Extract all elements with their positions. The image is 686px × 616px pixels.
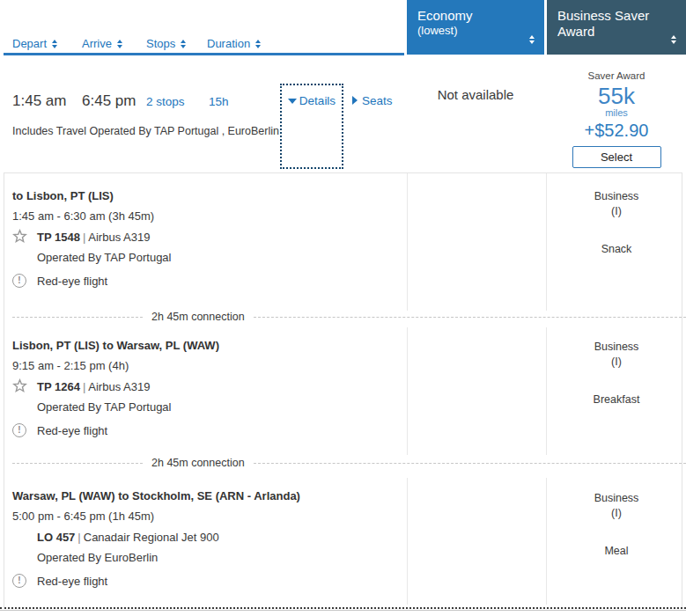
booking-class: (I)	[547, 506, 686, 521]
seats-label: Seats	[362, 94, 393, 107]
details-label: Details	[299, 94, 336, 107]
segment-flight-line: TP 1264|Airbus A319	[12, 380, 150, 393]
separator: |	[75, 531, 83, 544]
business-saver-column-header[interactable]: Business Saver Award	[547, 0, 686, 55]
connection-dash	[254, 463, 686, 464]
segment-operated-by: Operated By EuroBerlin	[37, 551, 158, 564]
segment-cabin-cell: Business (I) Breakfast	[547, 340, 686, 407]
cabin-name: Business	[547, 491, 686, 506]
separator: |	[80, 231, 88, 244]
segment-cabin-cell: Business (I) Meal	[547, 491, 686, 558]
sort-arrows-icon	[52, 40, 57, 48]
aircraft-type: Canadair Regional Jet 900	[84, 531, 219, 544]
connection-label: 2h 45m connection	[143, 311, 254, 323]
booking-class: (I)	[547, 204, 686, 219]
business-saver-title: Business Saver Award	[557, 8, 675, 40]
alert-icon: !	[12, 423, 26, 437]
sort-bar-underline	[4, 53, 404, 55]
warning-text: Red-eye flight	[37, 424, 107, 437]
sort-stops[interactable]: Stops	[146, 37, 186, 50]
operated-by-note: Includes Travel Operated By TAP Portugal…	[12, 125, 279, 137]
alert-icon: !	[12, 574, 26, 588]
stops-link[interactable]: 2 stops	[146, 95, 185, 108]
connection-dash	[12, 317, 143, 318]
sort-arrive-label: Arrive	[82, 37, 112, 50]
segment-route: to Lisbon, PT (LIS)	[12, 189, 114, 202]
segment-times: 9:15 am - 2:15 pm (4h)	[12, 359, 129, 372]
cabin-name: Business	[547, 189, 686, 204]
connection-label: 2h 45m connection	[143, 457, 254, 469]
alert-icon: !	[12, 274, 26, 288]
row-bottom-separator	[0, 607, 686, 609]
warning-text: Red-eye flight	[37, 275, 107, 288]
connection-row-1: 2h 45m connection	[12, 311, 686, 323]
select-button[interactable]: Select	[572, 146, 661, 168]
details-toggle-button[interactable]: Details	[282, 94, 342, 107]
segment-operated-by: Operated By TAP Portugal	[37, 400, 171, 414]
flight-number: TP 1264	[37, 380, 80, 393]
segment-operated-by: Operated By TAP Portugal	[37, 251, 171, 264]
business-saver-award-cell: Saver Award 55k miles +$52.90 Select	[547, 70, 686, 168]
separator: |	[80, 380, 88, 393]
economy-availability: Not available	[407, 87, 544, 102]
sort-arrows-icon	[181, 40, 186, 48]
connection-row-2: 2h 45m connection	[12, 457, 686, 469]
economy-title: Economy	[417, 8, 534, 24]
segment-route: Warsaw, PL (WAW) to Stockholm, SE (ARN -…	[12, 489, 300, 502]
meal-service: Snack	[547, 243, 686, 256]
sort-depart-label: Depart	[12, 37, 47, 50]
economy-column-header[interactable]: Economy (lowest)	[407, 0, 544, 55]
sort-duration[interactable]: Duration	[207, 37, 261, 50]
award-type-label: Saver Award	[547, 70, 686, 81]
award-cash-addon: +$52.90	[547, 121, 686, 141]
flight-number: LO 457	[37, 531, 75, 544]
seats-button[interactable]: Seats	[352, 94, 393, 107]
flight-number: TP 1548	[37, 231, 80, 244]
cabin-name: Business	[547, 340, 686, 355]
depart-time: 1:45 am	[12, 92, 66, 110]
star-alliance-icon	[12, 378, 27, 393]
details-focus-outline: Details	[280, 84, 343, 169]
booking-class: (I)	[547, 355, 686, 370]
flight-segment-1: to Lisbon, PT (LIS) 1:45 am - 6:30 am (3…	[12, 189, 400, 293]
sort-arrows-icon	[671, 35, 676, 44]
sort-arrows-icon	[529, 35, 535, 44]
caret-right-icon	[352, 96, 358, 105]
sort-depart[interactable]: Depart	[12, 37, 57, 50]
award-miles-unit: miles	[547, 108, 686, 118]
segment-flight-line: TP 1548|Airbus A319	[12, 231, 150, 244]
star-alliance-icon	[12, 229, 27, 244]
arrive-time: 6:45 pm	[82, 92, 136, 110]
economy-subtitle: (lowest)	[417, 24, 534, 38]
connection-dash	[12, 463, 143, 464]
row-bottom-line	[0, 610, 686, 611]
segment-warning: ! Red-eye flight	[12, 424, 107, 437]
sort-arrows-icon	[117, 40, 122, 48]
segment-times: 1:45 am - 6:30 am (3h 45m)	[12, 209, 154, 223]
meal-service: Breakfast	[547, 393, 686, 407]
connection-dash	[254, 317, 686, 318]
segment-flight-line: LO 457|Canadair Regional Jet 900	[12, 531, 219, 544]
segment-route: Lisbon, PT (LIS) to Warsaw, PL (WAW)	[12, 339, 219, 352]
segment-warning: ! Red-eye flight	[12, 575, 107, 588]
aircraft-type: Airbus A319	[88, 231, 150, 244]
sort-stops-label: Stops	[146, 37, 175, 50]
sort-arrows-icon	[255, 40, 261, 48]
award-miles-value: 55k	[547, 84, 686, 108]
aircraft-type: Airbus A319	[88, 380, 150, 393]
flight-segment-3: Warsaw, PL (WAW) to Stockholm, SE (ARN -…	[12, 489, 400, 593]
flight-segment-2: Lisbon, PT (LIS) to Warsaw, PL (WAW) 9:1…	[12, 339, 400, 443]
column-divider	[407, 173, 408, 311]
column-divider	[407, 478, 408, 605]
segment-warning: ! Red-eye flight	[12, 275, 107, 288]
sort-arrive[interactable]: Arrive	[82, 37, 122, 50]
meal-service: Meal	[547, 545, 686, 558]
flight-results-page: Depart Arrive Stops Duration Economy (lo…	[0, 0, 686, 616]
segment-times: 5:00 pm - 6:45 pm (1h 45m)	[12, 510, 154, 523]
sort-duration-label: Duration	[207, 37, 250, 50]
segment-cabin-cell: Business (I) Snack	[547, 189, 686, 256]
caret-down-icon	[288, 99, 297, 104]
warning-text: Red-eye flight	[37, 575, 107, 588]
column-divider	[407, 327, 408, 455]
duration-text: 15h	[209, 95, 229, 108]
